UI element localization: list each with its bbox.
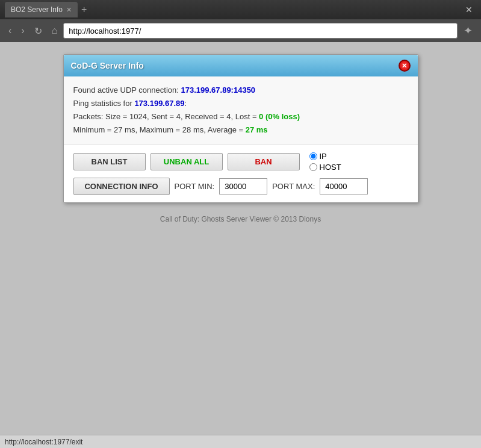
panel-close-button[interactable]: ✕ [399, 60, 411, 72]
radio-ip-input[interactable] [309, 152, 317, 160]
controls-row-2: CONNECTION INFO PORT MIN: PORT MAX: [73, 178, 408, 195]
panel-header: CoD-G Server Info ✕ [64, 55, 418, 76]
info-line1-prefix: Found active UDP connection: [73, 86, 181, 95]
footer-text: Call of Duty: Ghosts Server Viewer © 201… [160, 215, 321, 223]
ban-list-button[interactable]: BAN LIST [73, 153, 146, 170]
address-bar[interactable] [63, 23, 458, 39]
statusbar: http://localhost:1977/exit [0, 435, 481, 448]
port-min-input[interactable] [219, 178, 267, 194]
page-content: CoD-G Server Info ✕ Found active UDP con… [0, 42, 481, 435]
titlebar: BO2 Server Info ✕ + ✕ [0, 0, 481, 19]
info-line-3: Packets: Size = 1024, Sent = 4, Received… [73, 110, 408, 123]
radio-group: IP HOST [309, 152, 341, 172]
window-close-button[interactable]: ✕ [462, 4, 476, 16]
info-line3-text: Packets: Size = 1024, Sent = 4, Received… [73, 112, 259, 121]
info-line2-value: 173.199.67.89 [134, 99, 184, 108]
info-line-2: Ping statistics for 173.199.67.89: [73, 97, 408, 110]
tab-area: BO2 Server Info ✕ + [5, 2, 462, 17]
radio-host-label: HOST [320, 163, 341, 172]
back-button[interactable]: ‹ [5, 24, 15, 37]
port-max-label: PORT MAX: [272, 182, 315, 191]
controls-section: BAN LIST UNBAN ALL BAN IP HOST CONNECTIO… [64, 145, 418, 202]
controls-row-1: BAN LIST UNBAN ALL BAN IP HOST [73, 152, 408, 172]
tab-close-icon[interactable]: ✕ [66, 6, 72, 14]
navbar: ‹ › ↻ ⌂ ✦ [0, 19, 481, 42]
new-tab-button[interactable]: + [78, 4, 90, 15]
tab-label: BO2 Server Info [11, 5, 63, 14]
info-line-1: Found active UDP connection: 173.199.67.… [73, 84, 408, 97]
main-panel: CoD-G Server Info ✕ Found active UDP con… [63, 54, 418, 203]
spinner-icon: ✦ [460, 24, 476, 37]
panel-title: CoD-G Server Info [71, 61, 144, 70]
info-section: Found active UDP connection: 173.199.67.… [64, 76, 418, 145]
status-url: http://localhost:1977/exit [5, 438, 82, 446]
connection-info-button[interactable]: CONNECTION INFO [73, 178, 170, 195]
info-line3-green: 0 (0% loss) [259, 112, 300, 121]
active-tab[interactable]: BO2 Server Info ✕ [5, 2, 78, 17]
port-max-input[interactable] [320, 178, 368, 194]
radio-host-option[interactable]: HOST [309, 163, 341, 172]
ban-button[interactable]: BAN [228, 153, 300, 170]
home-button[interactable]: ⌂ [48, 24, 61, 37]
info-line4-prefix: Minimum = 27 ms, Maximum = 28 ms, Averag… [73, 125, 246, 134]
radio-host-input[interactable] [309, 163, 317, 171]
radio-ip-option[interactable]: IP [309, 152, 341, 161]
reload-button[interactable]: ↻ [31, 24, 46, 38]
radio-ip-label: IP [320, 152, 327, 161]
info-line4-green: 27 ms [246, 125, 268, 134]
unban-all-button[interactable]: UNBAN ALL [151, 153, 223, 170]
port-min-label: PORT MIN: [175, 182, 215, 191]
info-line2-colon: : [185, 99, 187, 108]
forward-button[interactable]: › [17, 24, 28, 37]
info-line1-value: 173.199.67.89:14350 [181, 86, 255, 95]
info-line2-prefix: Ping statistics for [73, 99, 135, 108]
info-line-4: Minimum = 27 ms, Maximum = 28 ms, Averag… [73, 123, 408, 137]
page-footer: Call of Duty: Ghosts Server Viewer © 201… [160, 215, 321, 223]
